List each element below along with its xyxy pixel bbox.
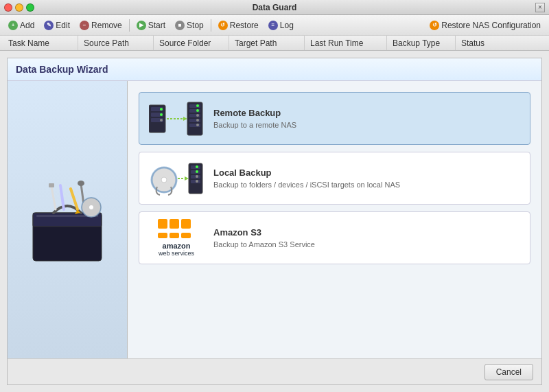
add-icon: +: [8, 21, 18, 30]
col-task-name: Task Name: [3, 36, 78, 50]
svg-point-19: [160, 119, 163, 122]
col-backup-type: Backup Type: [387, 36, 456, 50]
remote-backup-text: Remote Backup Backup to a remote NAS: [213, 108, 296, 129]
svg-rect-41: [191, 170, 200, 174]
separator-2: [211, 19, 211, 32]
amazon-s3-text: Amazon S3 Backup to Amazon S3 Service: [213, 227, 315, 249]
svg-point-28: [196, 104, 199, 107]
col-source-folder: Source Folder: [154, 36, 229, 50]
svg-point-17: [160, 108, 163, 111]
remove-label: Remove: [91, 21, 122, 30]
amazon-s3-option[interactable]: amazon web services Amazon S3 Backup to …: [139, 211, 530, 264]
restore-button[interactable]: ↺ Restore: [214, 19, 263, 32]
wizard-panel: Data Backup Wizard: [7, 58, 542, 385]
add-button[interactable]: + Add: [4, 19, 38, 32]
start-button[interactable]: ▶ Start: [132, 19, 170, 32]
svg-point-46: [196, 175, 198, 178]
aws-logo: amazon web services: [158, 219, 195, 257]
remote-backup-icon: [149, 100, 204, 137]
close-button[interactable]: [4, 3, 12, 12]
main-area: Data Backup Wizard: [0, 51, 549, 392]
add-label: Add: [20, 21, 34, 30]
restore-nas-label: Restore NAS Configuration: [441, 21, 541, 30]
wizard-body: Remote Backup Backup to a remote NAS: [8, 81, 541, 358]
restore-label: Restore: [230, 21, 259, 30]
remote-nas-svg: [149, 101, 204, 137]
restore-icon: ↺: [218, 21, 228, 30]
svg-point-45: [196, 170, 198, 173]
wizard-title: Data Backup Wizard: [8, 58, 541, 81]
separator-1: [129, 19, 130, 32]
col-target-path: Target Path: [229, 36, 305, 50]
local-backup-text: Local Backup Backup to folders / devices…: [213, 168, 400, 189]
svg-point-29: [196, 109, 199, 112]
toolbar-right-area: ↺ Restore NAS Configuration: [425, 19, 545, 32]
svg-point-10: [89, 205, 93, 209]
svg-marker-21: [183, 117, 187, 121]
amazon-s3-icon: amazon web services: [149, 219, 204, 257]
stop-icon: ■: [175, 21, 185, 30]
svg-rect-42: [191, 175, 200, 178]
log-button[interactable]: ≡ Log: [264, 19, 298, 32]
svg-point-18: [160, 113, 163, 116]
log-icon: ≡: [268, 21, 278, 30]
svg-point-44: [196, 165, 198, 168]
wizard-footer: Cancel: [8, 358, 541, 384]
cancel-button[interactable]: Cancel: [484, 364, 533, 380]
restore-nas-icon: ↺: [430, 21, 439, 30]
log-label: Log: [280, 21, 294, 30]
edit-button[interactable]: ✎ Edit: [40, 19, 74, 32]
svg-rect-12: [36, 215, 98, 217]
window-title: Data Guard: [253, 3, 297, 12]
svg-rect-40: [191, 165, 200, 169]
col-source-path: Source Path: [78, 36, 154, 50]
remote-backup-desc: Backup to a remote NAS: [213, 121, 296, 129]
aws-boxes: [158, 219, 195, 238]
edit-icon: ✎: [44, 21, 54, 30]
local-nas-svg: [149, 161, 204, 196]
remote-backup-title: Remote Backup: [213, 108, 296, 118]
edit-label: Edit: [56, 21, 70, 30]
svg-point-6: [78, 181, 84, 186]
svg-point-32: [196, 124, 199, 126]
restore-nas-button[interactable]: ↺ Restore NAS Configuration: [425, 19, 545, 32]
start-icon: ▶: [137, 21, 146, 30]
wizard-options: Remote Backup Backup to a remote NAS: [128, 81, 541, 358]
toolbox-illustration: [23, 172, 112, 268]
col-last-run: Last Run Time: [305, 36, 387, 50]
svg-rect-8: [49, 183, 54, 187]
title-bar: Data Guard ×: [0, 0, 549, 15]
window-close-right[interactable]: ×: [535, 3, 545, 12]
local-backup-title: Local Backup: [213, 168, 400, 178]
local-backup-icon: [149, 159, 204, 197]
remote-backup-option[interactable]: Remote Backup Backup to a remote NAS: [139, 92, 530, 145]
svg-point-47: [196, 180, 198, 183]
wizard-left-panel: [8, 81, 128, 358]
start-label: Start: [148, 21, 165, 30]
aws-subtext: web services: [159, 250, 194, 257]
svg-marker-38: [185, 176, 189, 181]
svg-point-30: [196, 114, 199, 117]
svg-point-31: [196, 119, 199, 122]
minimize-button[interactable]: [15, 3, 23, 12]
col-status: Status: [456, 36, 511, 50]
svg-point-35: [161, 177, 167, 183]
remove-button[interactable]: − Remove: [75, 19, 126, 32]
local-backup-option[interactable]: Local Backup Backup to folders / devices…: [139, 152, 530, 205]
local-backup-desc: Backup to folders / devices / iSCSI targ…: [213, 181, 400, 189]
svg-line-4: [60, 185, 64, 209]
toolbar: + Add ✎ Edit − Remove ▶ Start ■ Stop ↺ R…: [0, 15, 549, 36]
svg-line-7: [51, 187, 56, 209]
maximize-button[interactable]: [26, 3, 34, 12]
stop-label: Stop: [187, 21, 204, 30]
aws-text: amazon: [159, 242, 194, 250]
amazon-s3-title: Amazon S3: [213, 227, 315, 238]
column-headers: Task Name Source Path Source Folder Targ…: [0, 36, 549, 51]
stop-button[interactable]: ■ Stop: [171, 19, 208, 32]
svg-rect-43: [191, 180, 200, 183]
window-controls[interactable]: [4, 3, 34, 12]
remove-icon: −: [80, 21, 89, 30]
amazon-s3-desc: Backup to Amazon S3 Service: [213, 240, 315, 249]
